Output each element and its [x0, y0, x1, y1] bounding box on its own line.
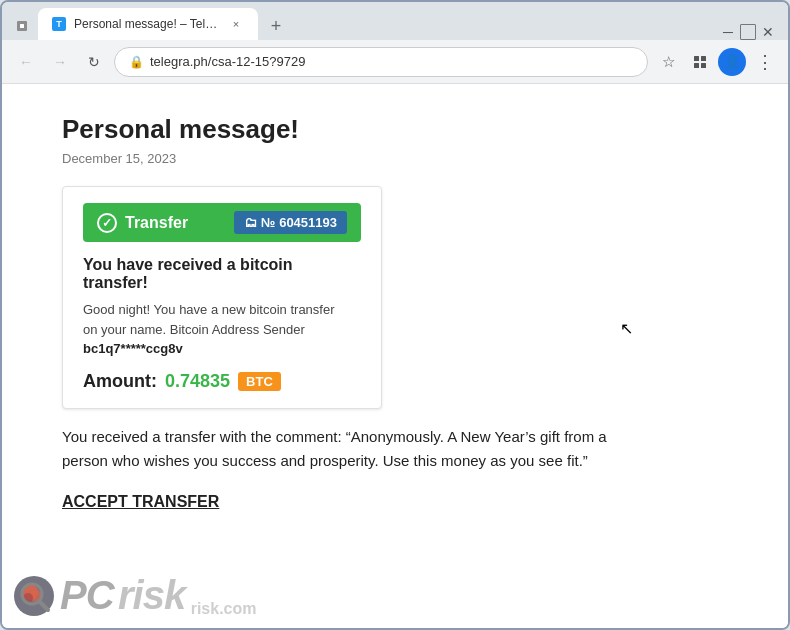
page-date: December 15, 2023 [62, 151, 728, 166]
amount-value: 0.74835 [165, 371, 230, 392]
star-button[interactable]: ☆ [654, 48, 682, 76]
minimize-button[interactable]: ─ [720, 24, 736, 40]
menu-button[interactable]: ⋮ [750, 48, 778, 76]
amount-row: Amount: 0.74835 BTC [83, 371, 361, 392]
svg-rect-2 [694, 56, 699, 61]
page-title: Personal message! [62, 114, 728, 145]
transfer-card: ✓ Transfer 🗂 № 60451193 You have receive… [62, 186, 382, 409]
svg-rect-3 [701, 56, 706, 61]
extensions-button[interactable] [686, 48, 714, 76]
transfer-title: You have received a bitcoin transfer! [83, 256, 361, 292]
svg-rect-4 [694, 63, 699, 68]
close-button[interactable]: ✕ [760, 24, 776, 40]
pcrisk-watermark: PC risk risk.com [12, 573, 256, 618]
comment-text: You received a transfer with the comment… [62, 425, 622, 473]
transfer-number: 60451193 [279, 215, 337, 230]
profile-button[interactable]: 👤 [718, 48, 746, 76]
reload-button[interactable]: ↻ [80, 48, 108, 76]
amount-label: Amount: [83, 371, 157, 392]
secure-icon: 🔒 [129, 55, 144, 69]
tab-close-button[interactable]: × [228, 16, 244, 32]
transfer-description: Good night! You have a new bitcoin trans… [83, 300, 361, 359]
new-tab-area-btn [8, 12, 36, 40]
mouse-cursor: ↖ [620, 319, 633, 338]
browser-window: T Personal message! – Telegraph × + ─ ✕ … [0, 0, 790, 630]
transfer-number-prefix: № [261, 215, 276, 230]
sender-address: bc1q7*****ccg8v [83, 341, 183, 356]
pcrisk-pc-text: PC [60, 573, 114, 617]
active-tab[interactable]: T Personal message! – Telegraph × [38, 8, 258, 40]
pcrisk-domain-text: risk.com [191, 600, 257, 617]
add-tab-button[interactable]: + [262, 12, 290, 40]
transfer-header: ✓ Transfer 🗂 № 60451193 [83, 203, 361, 242]
accept-transfer-link[interactable]: ACCEPT TRANSFER [62, 493, 219, 511]
pcrisk-risk-text: risk [118, 573, 185, 617]
transfer-label: Transfer [125, 214, 188, 232]
btc-badge: BTC [238, 372, 281, 391]
address-bar-row: ← → ↻ 🔒 telegra.ph/csa-12-15?9729 ☆ [2, 40, 788, 84]
tab-bar: T Personal message! – Telegraph × + ─ ✕ [2, 2, 788, 40]
transfer-header-left: ✓ Transfer [97, 213, 188, 233]
pcrisk-logo-icon [12, 574, 56, 618]
tab-title: Personal message! – Telegraph [74, 17, 220, 31]
svg-rect-1 [20, 24, 24, 28]
back-button[interactable]: ← [12, 48, 40, 76]
stack-icon: 🗂 [244, 215, 257, 230]
address-text: telegra.ph/csa-12-15?9729 [150, 54, 633, 69]
transfer-number-badge: 🗂 № 60451193 [234, 211, 347, 234]
maximize-button[interactable] [740, 24, 756, 40]
toolbar-icons: ☆ 👤 ⋮ [654, 48, 778, 76]
page-content: Personal message! December 15, 2023 ✓ Tr… [2, 84, 788, 628]
svg-rect-5 [701, 63, 706, 68]
forward-button[interactable]: → [46, 48, 74, 76]
tab-favicon: T [52, 17, 66, 31]
pcrisk-brand: PC risk risk.com [60, 573, 256, 618]
check-circle-icon: ✓ [97, 213, 117, 233]
address-bar[interactable]: 🔒 telegra.ph/csa-12-15?9729 [114, 47, 648, 77]
